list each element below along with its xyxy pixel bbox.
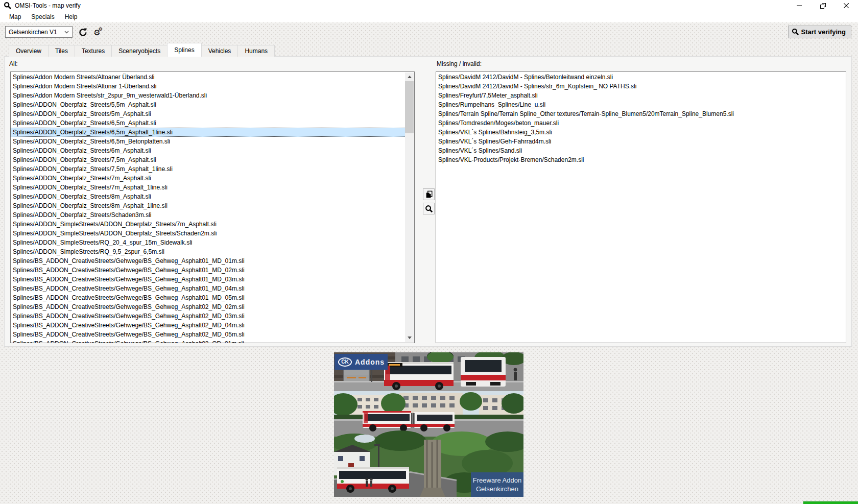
- list-item[interactable]: Splines/Addon Modern Streets/Altoaner Üb…: [11, 73, 406, 82]
- list-item[interactable]: Splines/ADDON_Oberpfalz_Streets/8m_Aspha…: [11, 201, 406, 210]
- list-item[interactable]: Splines/ADDON_SimpleStreets/RQ_9,5_2spur…: [11, 247, 406, 256]
- promo-banner-image: CK Addons Freeware Addon Gelsenkirchen: [334, 352, 523, 497]
- list-item[interactable]: Splines/DavidM 2412/DavidM - Splines/str…: [436, 82, 846, 91]
- list-item[interactable]: Splines/Rumpelhans_Splines/Line_u.sli: [436, 100, 846, 109]
- tab-humans[interactable]: Humans: [237, 45, 275, 57]
- list-item[interactable]: Splines/ADDON_SimpleStreets/ADDON_Oberpf…: [11, 220, 406, 229]
- tab-splines[interactable]: Splines: [167, 43, 201, 57]
- list-item[interactable]: Splines/BS_ADDON_CreativeStreets/Gehwege…: [11, 256, 406, 266]
- tab-tiles[interactable]: Tiles: [48, 45, 75, 57]
- tab-textures[interactable]: Textures: [75, 45, 112, 57]
- list-item[interactable]: Splines/ADDON_Oberpfalz_Streets/7,5m_Asp…: [11, 164, 406, 174]
- map-selector-value: Gelsenkirchen V1: [9, 29, 57, 36]
- missing-listbox[interactable]: Splines/DavidM 2412/DavidM - Splines/Bet…: [436, 71, 846, 343]
- all-listbox[interactable]: Splines/Addon Modern Streets/Altoaner Üb…: [10, 71, 415, 343]
- list-item[interactable]: Splines/Tomdresden/Moges/beton_mauer.sli: [436, 118, 846, 128]
- list-item-selected[interactable]: Splines/ADDON_Oberpfalz_Streets/6,5m_Asp…: [11, 128, 406, 137]
- start-verifying-label: Start verifying: [801, 28, 846, 36]
- search-icon: [792, 28, 799, 36]
- menu-item-map[interactable]: Map: [4, 12, 26, 21]
- list-item[interactable]: Splines/Terrain Spline/Terrain Spline_Ot…: [436, 109, 846, 118]
- list-item[interactable]: Splines/BS_ADDON_CreativeStreets/Gehwege…: [11, 311, 406, 321]
- vertical-scrollbar[interactable]: [405, 73, 414, 342]
- scroll-down-button[interactable]: [405, 333, 414, 342]
- chevron-down-icon: [64, 31, 69, 34]
- list-item[interactable]: Splines/BS_ADDON_CreativeStreets/Gehwege…: [11, 266, 406, 275]
- progress-bar-fragment: [803, 501, 858, 504]
- titlebar: OMSI-Tools - map verify: [0, 0, 858, 11]
- list-item[interactable]: Splines/BS_ADDON_CreativeStreets/Gehwege…: [11, 321, 406, 330]
- gear-small-icon: ⚙: [99, 26, 103, 33]
- restore-icon: [820, 3, 826, 9]
- triangle-down-icon: [408, 337, 412, 339]
- list-item[interactable]: Splines/Addon Modern Streets/str_2spur_9…: [11, 91, 406, 100]
- refresh-button[interactable]: [77, 27, 89, 38]
- list-item[interactable]: Splines/Freyfurt/7,5Meter_asphalt.sli: [436, 91, 846, 100]
- triangle-up-icon: [408, 76, 412, 78]
- list-item[interactable]: Splines/ADDON_Oberpfalz_Streets/7m_Aspha…: [11, 174, 406, 183]
- list-item[interactable]: Splines/ADDON_Oberpfalz_Streets/Schaden3…: [11, 210, 406, 220]
- ck-logo: CK: [338, 357, 352, 367]
- missing-listbox-rows: Splines/DavidM 2412/DavidM - Splines/Bet…: [436, 73, 846, 343]
- list-item[interactable]: Splines/BS_ADDON_CreativeStreets/Gehwege…: [11, 302, 406, 311]
- close-icon: [844, 3, 849, 8]
- tab-vehicles[interactable]: Vehicles: [201, 45, 239, 57]
- list-item[interactable]: Splines/BS_ADDON_CreativeStreets/Gehwege…: [11, 293, 406, 302]
- list-item[interactable]: Splines/BS_ADDON_CreativeStreets/Gehwege…: [11, 330, 406, 339]
- menubar: MapSpecialsHelp: [0, 11, 858, 22]
- tabstrip: OverviewTilesTexturesSceneryobjectsSplin…: [9, 43, 274, 57]
- app-magnifier-icon: [4, 2, 12, 10]
- list-item[interactable]: Splines/ADDON_SimpleStreets/ADDON_Oberpf…: [11, 229, 406, 238]
- minimize-button[interactable]: [788, 0, 811, 11]
- list-item[interactable]: Splines/VKL´s Splines/Geh-Fahrrad4m.sli: [436, 137, 846, 146]
- start-verifying-button[interactable]: Start verifying: [788, 26, 851, 38]
- close-button[interactable]: [835, 0, 858, 11]
- magnifier-icon: [425, 205, 433, 213]
- all-label: All:: [9, 60, 18, 67]
- freeware-caption: Freeware Addon Gelsenkirchen: [471, 472, 523, 497]
- list-item[interactable]: Splines/BS_ADDON_CreativeStreets/Gehwege…: [11, 275, 406, 284]
- list-item[interactable]: Splines/ADDON_Oberpfalz_Streets/7,5m_Asp…: [11, 155, 406, 164]
- list-item[interactable]: Splines/DavidM 2412/DavidM - Splines/Bet…: [436, 73, 846, 82]
- caption-line-2: Gelsenkirchen: [476, 485, 518, 493]
- tab-sceneryobjects[interactable]: Sceneryobjects: [111, 45, 168, 57]
- caption-line-1: Freeware Addon: [473, 476, 521, 485]
- list-item[interactable]: Splines/Addon Modern Streets/Altonar 1-Ü…: [11, 82, 406, 91]
- refresh-icon: [78, 28, 88, 37]
- list-item[interactable]: Splines/ADDON_Oberpfalz_Streets/5m_Aspha…: [11, 109, 406, 118]
- restore-button[interactable]: [811, 0, 835, 11]
- scrollbar-thumb[interactable]: [405, 81, 414, 133]
- list-item[interactable]: Splines/ADDON_Oberpfalz_Streets/6m_Aspha…: [11, 146, 406, 155]
- scroll-up-button[interactable]: [405, 73, 414, 81]
- missing-invalid-label: Missing / invalid:: [437, 60, 482, 67]
- list-item[interactable]: Splines/ADDON_Oberpfalz_Streets/6,5m_Bet…: [11, 137, 406, 146]
- window-title: OMSI-Tools - map verify: [15, 2, 81, 9]
- list-item[interactable]: Splines/ADDON_SimpleStreets/RQ_20_4_spur…: [11, 238, 406, 247]
- list-item[interactable]: Splines/BS_ADDON_CreativeStreets/Gehwege…: [11, 284, 406, 293]
- ck-addons-badge: CK Addons: [335, 354, 388, 370]
- list-item[interactable]: Splines/ADDON_Oberpfalz_Streets/7m_Aspha…: [11, 183, 406, 192]
- copy-list-button[interactable]: [423, 188, 435, 200]
- tab-overview[interactable]: Overview: [9, 45, 49, 57]
- addons-label: Addons: [355, 358, 385, 366]
- list-item[interactable]: Splines/BS_ADDON_CreativeStreets/Gehwege…: [11, 339, 406, 343]
- minimize-icon: [797, 3, 802, 8]
- list-item[interactable]: Splines/ADDON_Oberpfalz_Streets/5,5m_Asp…: [11, 100, 406, 109]
- copy-pages-icon: [425, 190, 433, 199]
- list-item[interactable]: Splines/VKL´s Splines/Bahnsteig_3,5m.sli: [436, 128, 846, 137]
- list-item[interactable]: Splines/VKL-Products/Projekt-Bremen/Scha…: [436, 155, 846, 164]
- find-button[interactable]: [423, 203, 435, 214]
- list-item[interactable]: Splines/ADDON_Oberpfalz_Streets/6,5m_Asp…: [11, 118, 406, 128]
- list-item[interactable]: Splines/ADDON_Oberpfalz_Streets/8m_Aspha…: [11, 192, 406, 201]
- list-item[interactable]: Splines/VKL´s Splines/Sand.sli: [436, 146, 846, 155]
- menu-item-specials[interactable]: Specials: [26, 12, 59, 21]
- menu-item-help[interactable]: Help: [60, 12, 83, 21]
- settings-button[interactable]: ⚙⚙: [93, 27, 105, 38]
- map-selector-combobox[interactable]: Gelsenkirchen V1: [5, 26, 73, 38]
- all-listbox-rows: Splines/Addon Modern Streets/Altoaner Üb…: [11, 73, 406, 343]
